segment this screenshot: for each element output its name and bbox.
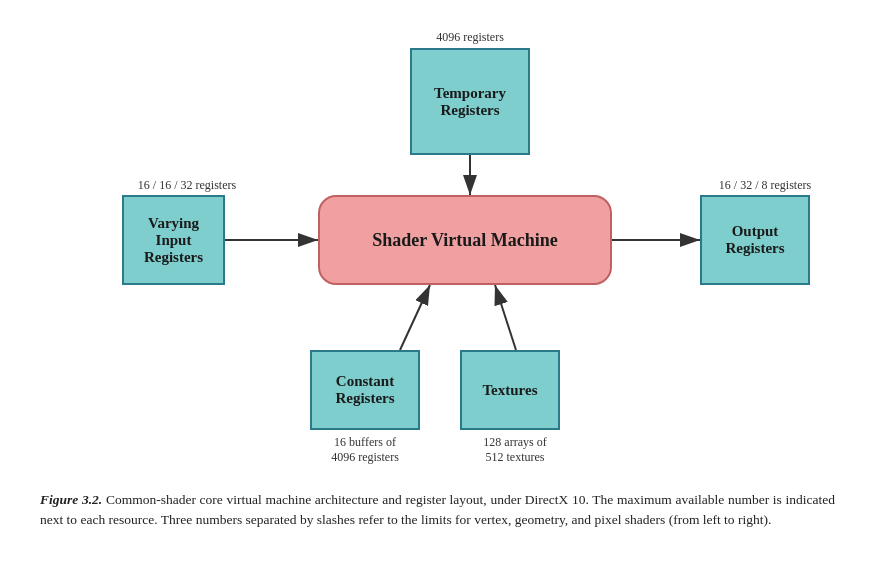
svg-line-5 [400, 285, 430, 350]
temporary-registers-label: TemporaryRegisters [434, 85, 506, 119]
textures-label-count: 128 arrays of512 textures [450, 435, 580, 465]
caption-text: Common-shader core virtual machine archi… [40, 492, 835, 527]
output-label-count: 16 / 32 / 8 registers [700, 178, 830, 193]
shader-vm-label: Shader Virtual Machine [372, 230, 558, 251]
diagram: 4096 registers TemporaryRegisters 16 / 1… [40, 20, 835, 480]
constant-registers-box: ConstantRegisters [310, 350, 420, 430]
svg-line-6 [495, 285, 516, 350]
temporary-label-count: 4096 registers [400, 30, 540, 45]
figure-label: Figure 3.2. [40, 492, 102, 507]
constant-label-count: 16 buffers of4096 registers [295, 435, 435, 465]
varying-label-count: 16 / 16 / 32 registers [122, 178, 252, 193]
shader-vm-box: Shader Virtual Machine [318, 195, 612, 285]
output-registers-box: OutputRegisters [700, 195, 810, 285]
varying-registers-label: Varying InputRegisters [132, 215, 215, 266]
constant-registers-label: ConstantRegisters [335, 373, 394, 407]
varying-registers-box: Varying InputRegisters [122, 195, 225, 285]
temporary-registers-box: TemporaryRegisters [410, 48, 530, 155]
figure-caption: Figure 3.2. Common-shader core virtual m… [40, 490, 835, 531]
textures-box: Textures [460, 350, 560, 430]
textures-label: Textures [482, 382, 537, 399]
output-registers-label: OutputRegisters [725, 223, 784, 257]
